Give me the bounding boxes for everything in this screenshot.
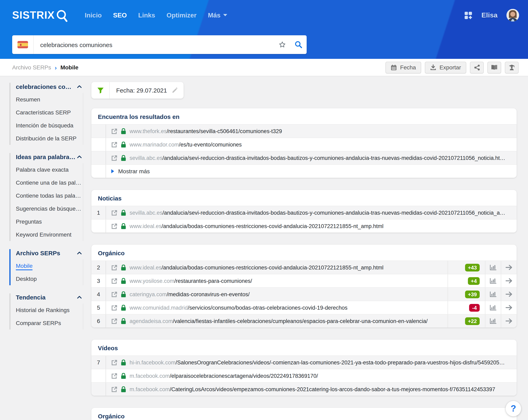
result-url[interactable]: www.comunidad.madrid/servicios/consumo/b…: [130, 305, 348, 311]
nav-item-ms[interactable]: Más: [208, 11, 228, 19]
sidebar-item-distribuci-n-de-la-serp[interactable]: Distribución de la SERP: [16, 132, 83, 145]
search-icon[interactable]: [290, 35, 307, 54]
history-chart-button[interactable]: [485, 261, 501, 274]
result-url[interactable]: m.facebook.com/elparaisocelebracionescar…: [130, 373, 318, 379]
edit-pencil-icon[interactable]: [172, 87, 184, 93]
fecha-button[interactable]: Fecha: [385, 61, 421, 73]
sidebar-group-title: celebraciones co…: [16, 83, 71, 91]
external-link-icon[interactable]: [111, 386, 117, 392]
show-more-link[interactable]: Mostrar más: [118, 168, 150, 174]
external-link-icon[interactable]: [111, 318, 117, 324]
avatar[interactable]: [506, 9, 519, 22]
country-selector[interactable]: [12, 35, 34, 54]
https-lock-icon: [121, 210, 126, 216]
table-row: 3 www.yosilose.com/restaurantes-para-com…: [91, 274, 517, 287]
open-result-button[interactable]: [501, 288, 517, 301]
share-icon: [474, 64, 480, 70]
favorite-star-icon[interactable]: [274, 35, 290, 54]
external-link-icon[interactable]: [111, 278, 117, 284]
open-result-button[interactable]: [501, 301, 517, 314]
sistrix-logo[interactable]: SISTRIX: [12, 8, 68, 23]
sidebar-item-contiene-una-de-las-pal-[interactable]: Contiene una de las pal…: [16, 176, 83, 189]
external-link-icon[interactable]: [111, 141, 117, 148]
external-link-icon[interactable]: [111, 373, 117, 379]
nav-item-inicio[interactable]: Inicio: [85, 11, 102, 19]
external-link-icon[interactable]: [111, 291, 117, 297]
section-card: Orgánico: [91, 408, 517, 420]
section-rows: 1 sevilla.abc.es/andalucia/sevi-reduccio…: [91, 206, 517, 233]
user-name[interactable]: Elisa: [481, 11, 498, 19]
history-chart-button[interactable]: [485, 315, 501, 328]
share-button[interactable]: [470, 61, 484, 73]
breadcrumb-parent[interactable]: Archivo SERPs: [12, 64, 51, 71]
sidebar-group: celebraciones co… ResumenCaracterísticas…: [9, 83, 83, 145]
nav-item-optimizer[interactable]: Optimizer: [167, 11, 197, 19]
result-url[interactable]: www.ideal.es/andalucia/bodas-comuniones-…: [130, 223, 384, 229]
sidebar-item-comparar-serps[interactable]: Comparar SERPs: [16, 317, 83, 329]
external-link-icon[interactable]: [111, 264, 117, 271]
external-link-icon[interactable]: [111, 155, 117, 161]
nav-item-seo[interactable]: SEO: [113, 11, 127, 19]
history-chart-button[interactable]: [485, 274, 501, 287]
sidebar-item-mobile[interactable]: Mobile: [16, 259, 83, 272]
nav-right: Elisa: [464, 9, 519, 22]
result-url[interactable]: m.facebook.com/CateringLosArcos/videos/e…: [130, 386, 495, 392]
result-url[interactable]: www.yosilose.com/restaurantes-para-comun…: [130, 278, 252, 284]
tutorial-button[interactable]: [505, 61, 519, 73]
url-cell: agendadeisa.com/valencia/fiestas-infanti…: [106, 315, 448, 328]
position-number: 4: [91, 288, 106, 301]
https-lock-icon: [121, 223, 126, 229]
sidebar-group-header[interactable]: celebraciones co…: [16, 83, 83, 91]
position-number: 7: [91, 356, 106, 369]
external-link-icon[interactable]: [111, 223, 117, 229]
open-result-button[interactable]: [501, 274, 517, 287]
external-link-icon[interactable]: [111, 305, 117, 311]
sidebar-item-sugerencias-de-b-sque-[interactable]: Sugerencias de búsque…: [16, 202, 83, 215]
external-link-icon[interactable]: [111, 210, 117, 216]
external-link-icon[interactable]: [111, 359, 117, 365]
exportar-button[interactable]: Exportar: [425, 61, 466, 73]
sidebar-item-desktop[interactable]: Desktop: [16, 272, 83, 285]
position-number: 5: [91, 301, 106, 314]
result-url[interactable]: sevilla.abc.es/andalucia/sevi-reduccion-…: [130, 155, 505, 161]
history-chart-button[interactable]: [485, 288, 501, 301]
nav-item-links[interactable]: Links: [138, 11, 155, 19]
sidebar-group-header[interactable]: Tendencia: [16, 293, 83, 301]
sidebar-item-historial-de-rankings[interactable]: Historial de Rankings: [16, 304, 83, 317]
search-input[interactable]: celebraciones comuniones: [34, 41, 274, 48]
result-url[interactable]: www.thefork.es/restaurantes/sevilla-c506…: [130, 128, 282, 134]
logo-magnifier-icon: [55, 10, 68, 23]
result-url[interactable]: www.marinador.com/es/tu-evento/comunione…: [130, 141, 242, 148]
result-url[interactable]: agendadeisa.com/valencia/fiestas-infanti…: [130, 318, 428, 324]
handbook-button[interactable]: [487, 61, 501, 73]
help-button[interactable]: ?: [506, 401, 521, 416]
url-cell: www.marinador.com/es/tu-evento/comunione…: [106, 138, 517, 151]
open-result-button[interactable]: [501, 261, 517, 274]
apps-grid-icon[interactable]: [464, 11, 473, 19]
sidebar-item-keyword-environment[interactable]: Keyword Environment: [16, 228, 83, 241]
sidebar-item-intenci-n-de-b-squeda[interactable]: Intención de búsqueda: [16, 119, 83, 132]
result-url[interactable]: www.ideal.es/andalucia/bodas-comuniones-…: [130, 264, 384, 271]
url-cell: www.ideal.es/andalucia/bodas-comuniones-…: [106, 219, 517, 233]
sidebar-item-palabra-clave-exacta[interactable]: Palabra clave exacta: [16, 163, 83, 176]
sidebar-item-caracter-sticas-serp[interactable]: Características SERP: [16, 106, 83, 119]
sidebar-item-contiene-todas-las-pala-[interactable]: Contiene todas las pala…: [16, 189, 83, 202]
sidebar-group-items: Palabra clave exactaContiene una de las …: [16, 163, 83, 241]
open-result-button[interactable]: [501, 315, 517, 328]
graduate-icon: [508, 64, 515, 70]
sidebar-item-resumen[interactable]: Resumen: [16, 93, 83, 106]
sidebar-group-header[interactable]: Archivo SERPs: [16, 249, 83, 257]
sidebar-group-header[interactable]: Ideas para palabra…: [16, 153, 83, 161]
rank-change-badge: +22: [465, 317, 480, 325]
result-url[interactable]: cateringya.com/medidas-coronavirus-en-ev…: [130, 291, 250, 297]
external-link-icon[interactable]: [111, 128, 117, 134]
date-filter-chip[interactable]: Fecha: 29.07.2021: [91, 82, 184, 99]
sidebar-item-preguntas[interactable]: Preguntas: [16, 215, 83, 228]
result-url[interactable]: sevilla.abc.es/andalucia/sevi-reduccion-…: [130, 210, 505, 216]
history-chart-button[interactable]: [485, 301, 501, 314]
chevron-up-icon: [77, 296, 82, 299]
position-number: [91, 219, 106, 233]
https-lock-icon: [121, 291, 126, 297]
result-url[interactable]: hi-in.facebook.com/SalonesOrogranCelebra…: [130, 359, 505, 365]
search-row: celebraciones comuniones: [0, 30, 528, 59]
